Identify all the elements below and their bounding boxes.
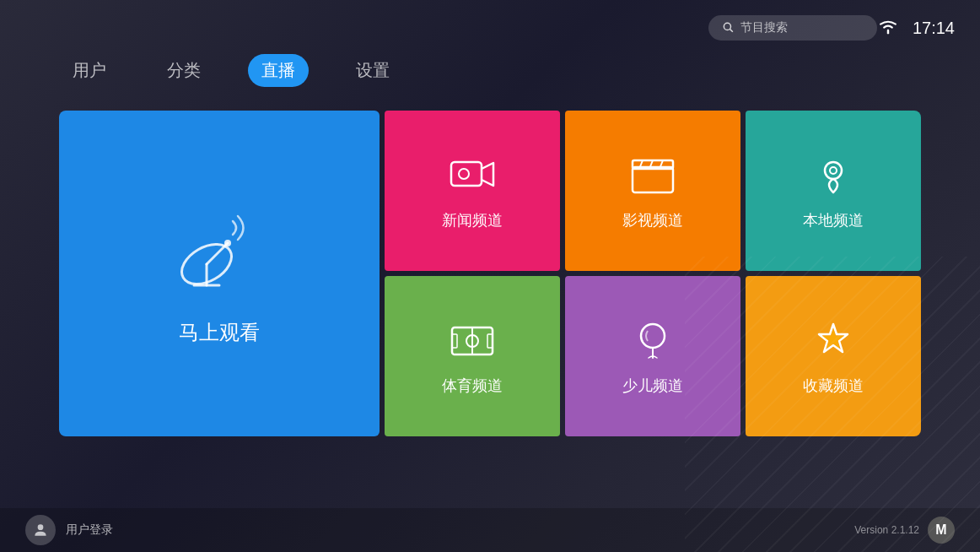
- user-login-text: 用户登录: [66, 522, 113, 538]
- tile-watch-now-label: 马上观看: [179, 319, 260, 346]
- search-placeholder: 节目搜索: [740, 20, 788, 35]
- svg-rect-8: [633, 167, 673, 192]
- svg-point-5: [224, 240, 231, 246]
- svg-point-14: [830, 167, 837, 174]
- tile-news-label: 新闻频道: [442, 210, 503, 230]
- tile-favorites[interactable]: 收藏频道: [746, 276, 921, 436]
- tile-movie[interactable]: 影视频道: [565, 111, 740, 271]
- svg-rect-6: [451, 162, 482, 186]
- tile-local-label: 本地频道: [803, 210, 864, 230]
- main-grid-container: 马上观看 新闻频道 影视频道: [0, 111, 980, 436]
- tile-kids-label: 少儿频道: [622, 376, 683, 396]
- main-grid: 马上观看 新闻频道 影视频道: [59, 111, 921, 436]
- tile-sports[interactable]: 体育频道: [385, 276, 560, 436]
- tile-kids[interactable]: 少儿频道: [565, 276, 740, 436]
- header: 节目搜索 17:14: [0, 0, 980, 47]
- nav-tabs: 用户 分类 直播 设置: [0, 47, 980, 94]
- search-icon: [722, 21, 734, 35]
- tab-live[interactable]: 直播: [248, 54, 309, 87]
- footer-right: Version 2.1.12 M: [854, 517, 955, 544]
- tile-local[interactable]: 本地频道: [746, 111, 921, 271]
- svg-point-0: [724, 23, 730, 30]
- tile-news[interactable]: 新闻频道: [385, 111, 560, 271]
- svg-point-7: [459, 169, 469, 179]
- footer-left: 用户登录: [25, 515, 113, 545]
- wifi-icon: [877, 18, 899, 39]
- svg-point-13: [825, 162, 842, 179]
- tile-favorites-label: 收藏频道: [803, 376, 864, 396]
- time-display: 17:14: [913, 19, 955, 38]
- svg-line-1: [730, 29, 733, 31]
- search-bar[interactable]: 节目搜索: [708, 15, 877, 41]
- footer: 用户登录 Version 2.1.12 M: [0, 508, 980, 552]
- m-logo: M: [928, 517, 955, 544]
- tab-category[interactable]: 分类: [153, 54, 214, 87]
- tab-user[interactable]: 用户: [59, 54, 120, 87]
- tab-settings[interactable]: 设置: [342, 54, 403, 87]
- header-right: 17:14: [877, 18, 955, 39]
- svg-point-20: [641, 324, 665, 348]
- tile-movie-label: 影视频道: [622, 210, 683, 230]
- user-avatar[interactable]: [25, 515, 56, 545]
- tile-sports-label: 体育频道: [442, 376, 503, 396]
- version-text: Version 2.1.12: [854, 524, 919, 536]
- tile-watch-now[interactable]: 马上观看: [59, 111, 380, 436]
- svg-point-22: [38, 524, 44, 530]
